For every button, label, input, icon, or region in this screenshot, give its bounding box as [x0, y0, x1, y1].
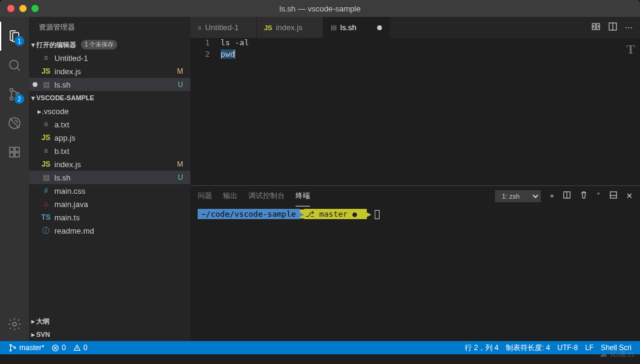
open-editors-header[interactable]: ▾ 打开的编辑器 1 个未保存: [29, 38, 190, 51]
outline-header[interactable]: ▸ 大纲: [29, 315, 190, 328]
chevron-down-icon: ▾: [31, 94, 35, 102]
tree-item-file[interactable]: TS main.ts: [29, 211, 190, 224]
bottom-panel: 问题 输出 调试控制台 终端 1: zsh + ˄ ✕ ~/code/vscod…: [190, 185, 640, 341]
tab-lssh[interactable]: ▤ ls.sh: [323, 17, 390, 38]
tree-item-file[interactable]: ♨ main.java: [29, 197, 190, 211]
more-icon[interactable]: ⋯: [625, 23, 633, 32]
chevron-right-icon: ▸: [31, 331, 35, 339]
file-label: index.js: [54, 160, 177, 169]
svg-point-1: [10, 89, 13, 92]
file-label: ls.sh: [54, 80, 178, 89]
tree-item-folder[interactable]: ▸ .vscode: [29, 104, 190, 118]
close-window-button[interactable]: [7, 5, 15, 12]
activity-debug[interactable]: [0, 109, 29, 138]
tab-label: ls.sh: [340, 23, 357, 32]
file-label: app.js: [54, 133, 187, 142]
terminal-shell-select[interactable]: 1: zsh: [495, 190, 541, 202]
tab-output[interactable]: 输出: [223, 186, 238, 206]
cloud-icon: ☁: [599, 349, 607, 359]
tree-item-file[interactable]: JS index.js M: [29, 158, 190, 171]
scm-badge: 2: [15, 94, 24, 104]
tab-actions: ⋯: [584, 17, 640, 38]
svg-point-17: [14, 347, 16, 349]
close-panel-icon[interactable]: ✕: [626, 191, 633, 200]
activity-bar: 1 2: [0, 17, 29, 341]
git-status: M: [177, 67, 183, 75]
tab-indexjs[interactable]: JS index.js: [257, 17, 323, 38]
file-icon: ≡: [41, 120, 51, 129]
terminal-content[interactable]: ~/code/vscode-sample▶⎇ master ● ▶: [190, 206, 640, 341]
tree-item-file[interactable]: ▤ ls.sh U: [29, 171, 190, 184]
git-status: M: [177, 160, 183, 168]
workspace-header[interactable]: ▾ VSCODE-SAMPLE: [29, 91, 190, 104]
statusbar: master* 0 0 行 2，列 4 制表符长度: 4 UTF-8 LF Sh…: [0, 341, 640, 354]
titlebar: ls.sh — vscode-sample: [0, 0, 640, 17]
tab-untitled[interactable]: ≡ Untitled-1: [190, 17, 257, 38]
tree-item-file[interactable]: ≡ b.txt: [29, 144, 190, 158]
minimap[interactable]: [628, 38, 640, 185]
split-editor-icon[interactable]: [608, 22, 618, 33]
open-editor-item[interactable]: ≡ Untitled-1: [29, 51, 190, 65]
tree-item-file[interactable]: # main.css: [29, 184, 190, 197]
open-editors-label: 打开的编辑器: [36, 40, 76, 49]
window-title: ls.sh — vscode-sample: [279, 4, 360, 13]
workspace-label: VSCODE-SAMPLE: [36, 94, 94, 101]
sidebar-bottom: ▸ 大纲 ▸ SVN: [29, 315, 190, 341]
tree-item-file[interactable]: ≡ a.txt: [29, 118, 190, 131]
editor-content[interactable]: 1 ls -al 2 pwd T: [190, 38, 640, 185]
tab-problems[interactable]: 问题: [198, 186, 212, 206]
js-icon: JS: [264, 24, 272, 31]
status-encoding[interactable]: UTF-8: [554, 343, 581, 353]
activity-search[interactable]: [0, 51, 29, 80]
status-warnings[interactable]: 0: [69, 343, 91, 352]
info-icon: ⓘ: [41, 226, 51, 236]
new-terminal-icon[interactable]: +: [549, 191, 554, 200]
file-label: ls.sh: [54, 173, 178, 182]
tree-item-file[interactable]: ⓘ readme.md: [29, 224, 190, 237]
file-icon: ≡: [41, 54, 51, 62]
activity-explorer[interactable]: 1: [0, 22, 29, 51]
maximize-window-button[interactable]: [31, 5, 39, 12]
js-icon: JS: [41, 133, 51, 142]
outline-label: 大纲: [36, 317, 50, 326]
svn-header[interactable]: ▸ SVN: [29, 328, 190, 341]
open-editor-item[interactable]: JS index.js M: [29, 65, 190, 78]
minimize-window-button[interactable]: [19, 5, 27, 12]
tab-label: Untitled-1: [205, 23, 239, 32]
compare-icon[interactable]: [591, 22, 601, 33]
svg-rect-7: [15, 153, 19, 157]
status-tab-size[interactable]: 制表符长度: 4: [502, 343, 554, 353]
tree-item-file[interactable]: JS app.js: [29, 131, 190, 144]
css-icon: #: [41, 187, 51, 195]
dirty-indicator: [377, 25, 382, 30]
status-eol[interactable]: LF: [581, 343, 597, 353]
activity-extensions[interactable]: [0, 138, 29, 167]
js-icon: JS: [41, 160, 51, 168]
svg-point-2: [10, 97, 13, 100]
open-editor-item[interactable]: ▤ ls.sh U: [29, 78, 190, 91]
tab-debug-console[interactable]: 调试控制台: [248, 186, 285, 206]
status-errors[interactable]: 0: [48, 343, 69, 352]
file-label: index.js: [54, 67, 177, 76]
trash-icon[interactable]: [580, 191, 588, 201]
terminal-path: ~/code/vscode-sample: [198, 209, 300, 219]
activity-settings[interactable]: [0, 310, 29, 339]
java-icon: ♨: [41, 200, 51, 208]
terminal-cursor: [375, 210, 380, 219]
maximize-panel-icon[interactable]: [609, 191, 618, 201]
git-status: U: [178, 173, 183, 182]
chevron-up-icon[interactable]: ˄: [596, 191, 601, 200]
activity-scm[interactable]: 2: [0, 80, 29, 109]
status-branch[interactable]: master*: [5, 343, 48, 352]
code-line: ls -al: [221, 38, 249, 49]
file-label: main.ts: [54, 213, 187, 222]
file-label: b.txt: [54, 147, 187, 156]
sh-icon: ▤: [41, 173, 51, 182]
split-terminal-icon[interactable]: [563, 191, 571, 201]
dirty-indicator: [33, 82, 37, 87]
status-cursor[interactable]: 行 2，列 4: [461, 343, 502, 353]
svg-rect-6: [10, 153, 14, 157]
tab-terminal[interactable]: 终端: [296, 186, 310, 206]
panel-tabs: 问题 输出 调试控制台 终端 1: zsh + ˄ ✕: [190, 186, 640, 206]
terminal-branch: ⎇ master ●: [304, 209, 366, 219]
